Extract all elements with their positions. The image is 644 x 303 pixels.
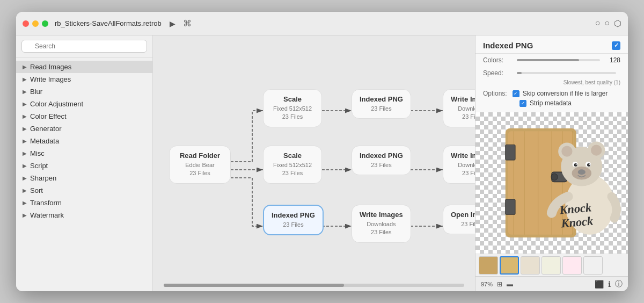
enabled-checkbox[interactable]: ✓ <box>612 41 620 50</box>
canvas-area[interactable]: Read Folder Eddie Bear 23 Files Scale Fi… <box>153 35 475 291</box>
sidebar-item-write-images[interactable]: ▶ Write Images <box>16 73 152 85</box>
node-scale-row1[interactable]: Scale Fixed 512x512 23 Files <box>263 89 322 127</box>
arrow-icon: ▶ <box>23 150 27 156</box>
svg-point-23 <box>587 163 590 167</box>
sidebar: 🔍 ▶ Read Images ▶ Write Images ▶ Blur <box>16 35 153 291</box>
option2-checkbox[interactable]: ✓ <box>519 100 526 107</box>
sidebar-item-script[interactable]: ▶ Script <box>16 160 152 172</box>
thumbnail[interactable] <box>500 256 519 275</box>
node-indexed-row3[interactable]: Indexed PNG 23 Files <box>263 205 324 235</box>
koala-illustration: Knock Knock <box>475 112 628 254</box>
right-panel: Indexed PNG ✓ Colors: 128 Speed: Slowest… <box>475 35 628 291</box>
export-titlebar-icon[interactable]: ⬡ <box>614 18 621 28</box>
option1-checkbox[interactable]: ✓ <box>513 90 519 97</box>
node-sub: Downloads <box>360 220 403 228</box>
node-write-row2[interactable]: Write Images Downloads 23 Files <box>443 146 475 184</box>
svg-point-16 <box>561 146 572 157</box>
node-title: Write Images <box>451 152 475 160</box>
node-write-row1[interactable]: Write Images Downloads 23 Files <box>443 89 475 127</box>
preview-image: Knock Knock <box>475 112 628 254</box>
minimize-button[interactable] <box>32 20 39 27</box>
thumbnail[interactable] <box>562 256 582 275</box>
colors-slider[interactable] <box>517 59 600 61</box>
horizontal-scrollbar[interactable] <box>164 284 464 287</box>
node-indexed-row2[interactable]: Indexed PNG 23 Files <box>352 146 411 175</box>
node-title: Write Images <box>360 211 403 219</box>
node-open-row3[interactable]: Open In App 23 Files <box>443 205 475 234</box>
thumbnail[interactable] <box>541 256 561 275</box>
option2-label: Strip metadata <box>530 99 572 107</box>
sidebar-item-color-adjustment[interactable]: ▶ Color Adjustment <box>16 98 152 110</box>
node-sub2: 23 Files <box>271 113 314 121</box>
search-box: 🔍 <box>16 35 152 57</box>
node-title: Scale <box>271 95 314 103</box>
node-indexed-row1[interactable]: Indexed PNG 23 Files <box>352 89 411 119</box>
arrow-icon: ▶ <box>23 163 27 169</box>
sidebar-item-watermark[interactable]: ▶ Watermark <box>16 209 152 221</box>
filename-label: rb_Stickers-SaveAllFormats.retrob <box>55 19 162 27</box>
sidebar-item-label: Transform <box>30 199 62 207</box>
thumbnail[interactable] <box>521 256 540 275</box>
traffic-lights <box>23 20 48 27</box>
sidebar-item-label: Sharpen <box>30 174 56 182</box>
titlebar: rb_Stickers-SaveAllFormats.retrob ▶ ⌘ ○ … <box>16 12 628 35</box>
node-sub2: 23 Files <box>360 228 403 236</box>
bottom-icons: ⬛ ℹ ⓘ <box>595 279 623 289</box>
arrow-icon: ▶ <box>23 76 27 82</box>
node-write-row3[interactable]: Write Images Downloads 23 Files <box>352 205 411 243</box>
sidebar-item-read-images[interactable]: ▶ Read Images <box>16 61 152 73</box>
arrow-icon: ▶ <box>23 200 27 206</box>
arrow-icon: ▶ <box>23 212 27 218</box>
sidebar-item-label: Metadata <box>30 137 59 145</box>
speed-sub-label: Slowest, best quality (1) <box>475 80 628 88</box>
arrow-icon: ▶ <box>23 101 27 107</box>
node-sub2: 23 Files <box>451 169 475 177</box>
close-button[interactable] <box>23 20 29 27</box>
node-sub: Fixed 512x512 <box>271 105 314 113</box>
search-input[interactable] <box>21 40 147 53</box>
svg-rect-9 <box>506 145 515 160</box>
arrow-icon: ▶ <box>23 64 27 70</box>
zoom-icon: ⊞ <box>497 280 502 288</box>
main-window: rb_Stickers-SaveAllFormats.retrob ▶ ⌘ ○ … <box>16 12 628 291</box>
help-icon[interactable]: ⓘ <box>615 279 623 289</box>
info-icon[interactable]: ℹ <box>608 280 611 288</box>
node-title: Open In App <box>451 211 475 219</box>
fullscreen-button[interactable] <box>42 20 48 27</box>
sidebar-item-generator[interactable]: ▶ Generator <box>16 122 152 135</box>
sidebar-item-metadata[interactable]: ▶ Metadata <box>16 135 152 147</box>
thumbnail[interactable] <box>583 256 603 275</box>
sidebar-item-sort[interactable]: ▶ Sort <box>16 184 152 197</box>
play-button[interactable]: ▶ <box>167 18 179 30</box>
node-sub2: 23 Files <box>451 220 475 228</box>
view-mode-icon: ▬ <box>507 280 513 288</box>
thumbnail[interactable] <box>479 256 498 275</box>
share-titlebar-icon[interactable]: ○ <box>604 18 610 28</box>
node-scale-row2[interactable]: Scale Fixed 512x512 23 Files <box>263 146 322 184</box>
node-title: Indexed PNG <box>272 211 315 219</box>
options-label: Options: <box>483 90 507 97</box>
sidebar-item-misc[interactable]: ▶ Misc <box>16 147 152 160</box>
sidebar-item-label: Generator <box>30 125 62 133</box>
panel-title: Indexed PNG <box>483 41 533 50</box>
sidebar-item-color-effect[interactable]: ▶ Color Effect <box>16 110 152 122</box>
sidebar-item-blur[interactable]: ▶ Blur <box>16 85 152 98</box>
search-titlebar-icon[interactable]: ○ <box>595 18 601 28</box>
svg-rect-10 <box>506 199 515 214</box>
export-icon[interactable]: ⬛ <box>595 280 604 288</box>
svg-point-22 <box>574 163 577 167</box>
sidebar-item-label: Color Adjustment <box>30 100 83 108</box>
sidebar-item-transform[interactable]: ▶ Transform <box>16 197 152 209</box>
svg-point-25 <box>589 164 590 165</box>
speed-label: Speed: <box>483 69 513 77</box>
node-sub: Eddie Bear <box>177 161 223 169</box>
option1-label: Skip conversion if file is larger <box>523 90 608 97</box>
arrow-icon: ▶ <box>23 175 27 181</box>
sidebar-item-label: Color Effect <box>30 112 67 120</box>
speed-slider[interactable] <box>517 72 616 74</box>
sidebar-list: ▶ Read Images ▶ Write Images ▶ Blur ▶ Co… <box>16 57 152 291</box>
scrollbar-thumb[interactable] <box>164 284 344 287</box>
node-read-folder[interactable]: Read Folder Eddie Bear 23 Files <box>169 146 231 184</box>
node-title: Scale <box>271 152 314 160</box>
sidebar-item-sharpen[interactable]: ▶ Sharpen <box>16 172 152 184</box>
